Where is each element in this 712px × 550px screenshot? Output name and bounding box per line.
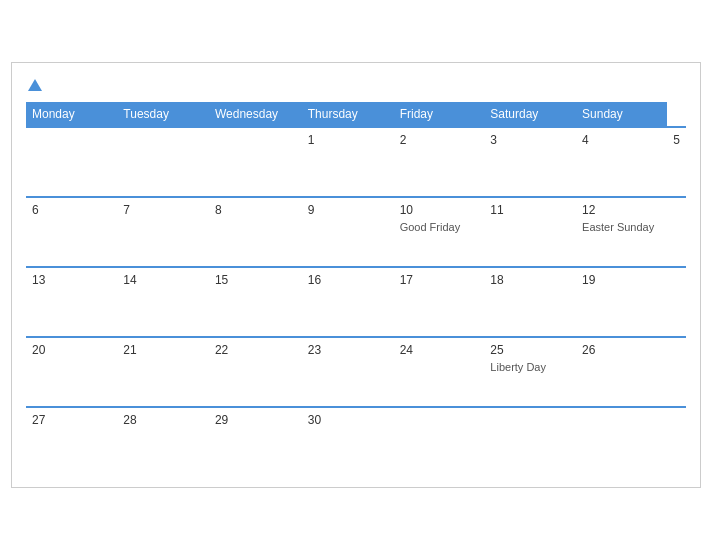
calendar-cell: 8 — [209, 197, 302, 267]
day-number: 28 — [123, 413, 203, 427]
calendar-cell: 11 — [484, 197, 576, 267]
day-number: 11 — [490, 203, 570, 217]
calendar-cell: 5 — [667, 127, 686, 197]
weekday-header-saturday: Saturday — [484, 102, 576, 127]
day-number: 30 — [308, 413, 388, 427]
week-row-3: 13141516171819 — [26, 267, 686, 337]
calendar-cell: 23 — [302, 337, 394, 407]
logo — [26, 79, 42, 92]
calendar-header — [26, 79, 686, 92]
day-number: 17 — [400, 273, 479, 287]
day-number: 2 — [400, 133, 479, 147]
calendar-body: 12345678910Good Friday1112Easter Sunday1… — [26, 127, 686, 477]
calendar-cell: 15 — [209, 267, 302, 337]
logo-general — [26, 79, 42, 92]
calendar-cell: 25Liberty Day — [484, 337, 576, 407]
calendar-cell: 21 — [117, 337, 209, 407]
week-row-4: 202122232425Liberty Day26 — [26, 337, 686, 407]
calendar-cell: 18 — [484, 267, 576, 337]
weekday-header-row: MondayTuesdayWednesdayThursdayFridaySatu… — [26, 102, 686, 127]
calendar-cell: 16 — [302, 267, 394, 337]
calendar-cell: 6 — [26, 197, 117, 267]
calendar-cell: 27 — [26, 407, 117, 477]
day-number: 13 — [32, 273, 111, 287]
day-number: 29 — [215, 413, 296, 427]
calendar-cell — [117, 127, 209, 197]
calendar-cell: 4 — [576, 127, 667, 197]
calendar-cell: 28 — [117, 407, 209, 477]
logo-triangle-icon — [28, 79, 42, 91]
day-number: 12 — [582, 203, 661, 217]
calendar-cell: 7 — [117, 197, 209, 267]
calendar-cell: 13 — [26, 267, 117, 337]
calendar-cell — [484, 407, 576, 477]
day-number: 15 — [215, 273, 296, 287]
calendar-cell: 9 — [302, 197, 394, 267]
weekday-header-wednesday: Wednesday — [209, 102, 302, 127]
holiday-name: Easter Sunday — [582, 220, 661, 234]
day-number: 21 — [123, 343, 203, 357]
calendar-cell: 17 — [394, 267, 485, 337]
calendar-cell: 12Easter Sunday — [576, 197, 667, 267]
day-number: 3 — [490, 133, 570, 147]
day-number: 18 — [490, 273, 570, 287]
week-row-2: 678910Good Friday1112Easter Sunday — [26, 197, 686, 267]
day-number: 4 — [582, 133, 661, 147]
weekday-header-sunday: Sunday — [576, 102, 667, 127]
calendar-table: MondayTuesdayWednesdayThursdayFridaySatu… — [26, 102, 686, 477]
holiday-name: Good Friday — [400, 220, 479, 234]
weekday-header-monday: Monday — [26, 102, 117, 127]
calendar-thead: MondayTuesdayWednesdayThursdayFridaySatu… — [26, 102, 686, 127]
week-row-5: 27282930 — [26, 407, 686, 477]
calendar-cell — [26, 127, 117, 197]
day-number: 5 — [673, 133, 680, 147]
calendar-cell: 26 — [576, 337, 667, 407]
day-number: 19 — [582, 273, 661, 287]
calendar-cell: 10Good Friday — [394, 197, 485, 267]
weekday-header-thursday: Thursday — [302, 102, 394, 127]
calendar-cell — [209, 127, 302, 197]
day-number: 10 — [400, 203, 479, 217]
day-number: 7 — [123, 203, 203, 217]
day-number: 24 — [400, 343, 479, 357]
calendar-cell: 22 — [209, 337, 302, 407]
day-number: 25 — [490, 343, 570, 357]
day-number: 26 — [582, 343, 661, 357]
calendar-cell: 29 — [209, 407, 302, 477]
day-number: 8 — [215, 203, 296, 217]
day-number: 9 — [308, 203, 388, 217]
calendar-cell: 30 — [302, 407, 394, 477]
calendar-cell: 20 — [26, 337, 117, 407]
day-number: 14 — [123, 273, 203, 287]
day-number: 23 — [308, 343, 388, 357]
calendar-cell: 1 — [302, 127, 394, 197]
day-number: 22 — [215, 343, 296, 357]
calendar-cell — [394, 407, 485, 477]
day-number: 27 — [32, 413, 111, 427]
calendar-cell — [576, 407, 667, 477]
week-row-1: 12345 — [26, 127, 686, 197]
day-number: 1 — [308, 133, 388, 147]
calendar-cell: 24 — [394, 337, 485, 407]
day-number: 6 — [32, 203, 111, 217]
calendar-cell: 19 — [576, 267, 667, 337]
day-number: 16 — [308, 273, 388, 287]
weekday-header-friday: Friday — [394, 102, 485, 127]
calendar-cell: 2 — [394, 127, 485, 197]
weekday-header-tuesday: Tuesday — [117, 102, 209, 127]
calendar-container: MondayTuesdayWednesdayThursdayFridaySatu… — [11, 62, 701, 488]
calendar-cell: 3 — [484, 127, 576, 197]
holiday-name: Liberty Day — [490, 360, 570, 374]
calendar-cell: 14 — [117, 267, 209, 337]
day-number: 20 — [32, 343, 111, 357]
